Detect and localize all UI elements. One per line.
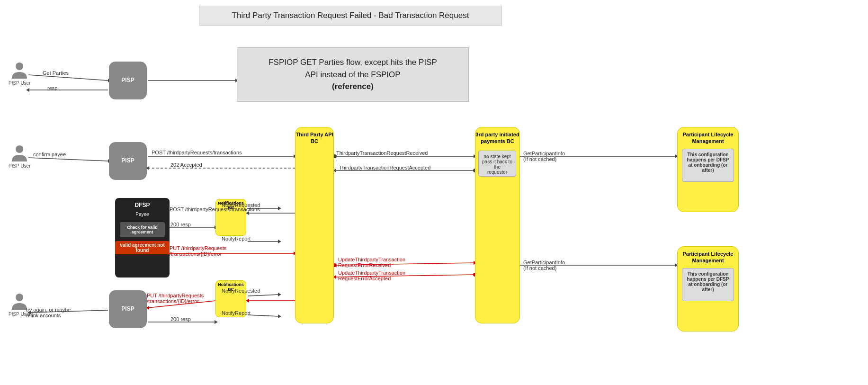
get-participant-info-1-label: GetParticipantInfo(If not cached) (523, 151, 565, 162)
third-party-api-bc: Third Party API BC (295, 127, 334, 323)
config-box-2: This configuration happens per DFSP at o… (682, 268, 734, 301)
dfsp-payee-box: DFSP Payee Check for valid agreement val… (115, 198, 170, 278)
put-error-pisp3-label: PUT /thirdpartyRequests/transactions/{ID… (147, 293, 204, 304)
post-transactions-label: POST /thirdpartyRequests/transactions (152, 150, 242, 155)
pisp-user-1-label: PISP User (9, 81, 31, 86)
reference-line1: FSPIOP GET Parties flow, except hits the… (247, 56, 459, 69)
update-error-received-label: UpdateThirdpartyTransactionRequestErrorR… (338, 257, 405, 268)
200-resp-2-label: 200 resp (170, 316, 191, 322)
txn-request-received-label: ThirdpartyTransactionRequestReceived (336, 150, 428, 156)
reference-box: FSPIOP GET Parties flow, except hits the… (237, 47, 469, 102)
pisp-box-3: PISP (109, 290, 147, 328)
svg-point-52 (16, 294, 23, 301)
svg-point-51 (16, 145, 23, 153)
participant-lc-2: Participant Lifecycle Management This co… (677, 246, 739, 331)
title-text: Third Party Transaction Request Failed -… (232, 11, 469, 20)
notify-requested-1-label: NotifyRequested (222, 202, 260, 208)
reference-line3: (reference) (247, 81, 459, 93)
participant-lc-1-label: Participant Lifecycle Management (678, 131, 738, 145)
svg-marker-49 (246, 299, 249, 303)
title-box: Third Party Transaction Request Failed -… (199, 6, 502, 26)
participant-lc-1: Participant Lifecycle Management This co… (677, 127, 739, 212)
svg-point-50 (16, 63, 23, 70)
svg-marker-43 (278, 293, 281, 296)
check-valid-agreement: Check for valid agreement (120, 222, 165, 237)
svg-marker-47 (278, 314, 281, 318)
participant-lc-2-label: Participant Lifecycle Management (678, 251, 738, 264)
pisp-box-1: PISP (109, 62, 147, 99)
svg-marker-27 (278, 240, 281, 243)
no-state-text: no state keptpass it back to therequeste… (482, 154, 512, 175)
pisp-user-2: PISP User (9, 144, 31, 169)
svg-marker-3 (26, 88, 29, 92)
txn-request-accepted-label: · ThirdpartyTransactionRequestAccepted (336, 165, 430, 170)
put-error-label: PUT /thirdpartyRequests/transactions/{ID… (170, 245, 226, 257)
pisp-user-1: PISP User (9, 62, 31, 86)
notify-report-1-label: NotifyReport (222, 236, 251, 242)
3rd-party-bc-label: 3rd party initiated payments BC (475, 131, 519, 145)
reference-line2: API instead of the FSPIOP (247, 69, 459, 81)
config-text-1: This configuration happens per DFSP at o… (687, 152, 729, 173)
notify-report-2-label: NotifyReport (222, 310, 251, 316)
notify-requested-2-label: NotifyRequested (222, 288, 260, 294)
third-party-bc-label: Third Party API BC (295, 131, 333, 145)
person-icon-2 (11, 144, 28, 161)
get-parties-label: Get Parties (43, 70, 69, 76)
pisp-label-3: PISP (121, 305, 134, 313)
200-resp-1-label: 200 resp (170, 222, 191, 227)
pisp-label-2: PISP (121, 157, 134, 165)
pisp-label-1: PISP (121, 77, 134, 84)
resp-label-1: resp (47, 85, 57, 91)
pisp-box-2: PISP (109, 142, 147, 180)
svg-line-46 (248, 315, 279, 316)
dfsp-label: DFSP (134, 202, 150, 209)
config-box-1: This configuration happens per DFSP at o… (682, 149, 734, 182)
get-participant-info-2-label: GetParticipantInfo(If not cached) (523, 260, 565, 271)
202-accepted-label: 202 Accepted (170, 162, 202, 168)
pisp-user-2-label: PISP User (9, 163, 31, 169)
config-text-2: This configuration happens per DFSP at o… (687, 271, 729, 292)
svg-marker-45 (215, 320, 218, 324)
svg-line-42 (248, 295, 279, 296)
no-state-box: no state keptpass it back to therequeste… (478, 151, 516, 177)
confirm-payee-label: confirm payee (33, 152, 66, 157)
person-icon-1 (11, 62, 28, 79)
svg-line-6 (28, 158, 108, 161)
update-error-accepted-label: UpdateThirdpartyTransactionRequestErrorA… (338, 270, 405, 281)
valid-agreement-not-found: valid agreement not found (115, 241, 170, 254)
svg-marker-23 (278, 206, 281, 210)
try-again-label: try again, or mayberelink accounts (26, 307, 71, 318)
diagram-container: Third Party Transaction Request Failed -… (0, 0, 868, 385)
payee-label: Payee (135, 211, 149, 217)
person-icon-3 (11, 293, 28, 310)
